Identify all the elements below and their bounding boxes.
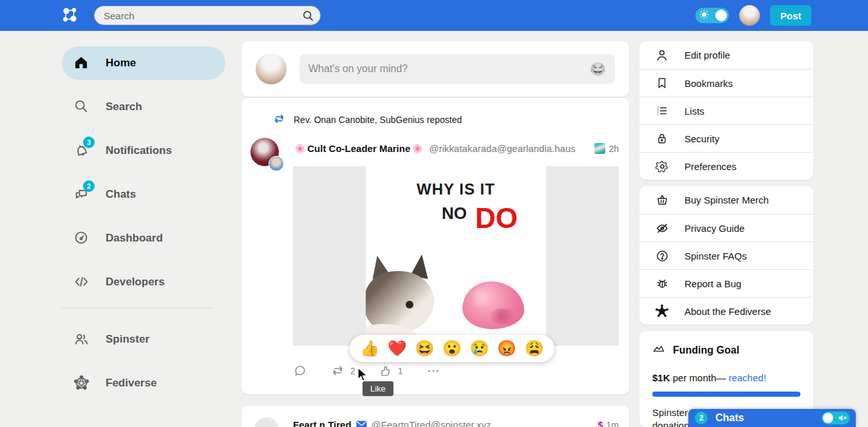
- post-timestamp[interactable]: 2h: [609, 144, 619, 154]
- funding-progress-bar: [652, 392, 800, 397]
- post-author-name[interactable]: Cult Co-Leader Marine: [307, 143, 410, 154]
- chats-count-badge: 2: [695, 412, 708, 424]
- chat-bubbles-icon: 2: [73, 186, 90, 203]
- chats-label: Chats: [715, 412, 744, 424]
- account-menu-card: Edit profile Bookmarks Lists Security: [639, 41, 813, 180]
- menu-label: About the Fediverse: [684, 306, 771, 317]
- theme-toggle[interactable]: [695, 8, 729, 23]
- menu-item-faqs[interactable]: Spinster FAQs: [639, 242, 813, 269]
- bookmark-icon: [655, 76, 669, 90]
- emoji-picker-icon[interactable]: 😂: [590, 61, 606, 77]
- sidebar-item-spinster[interactable]: Spinster: [62, 323, 225, 356]
- compose-placeholder: What's on your mind?: [308, 63, 408, 75]
- next-post-timestamp[interactable]: 1m: [607, 420, 619, 427]
- list-icon: [655, 104, 669, 118]
- next-post-author-handle[interactable]: @FeartnTired@spinster.xyz: [372, 419, 491, 427]
- speedometer-icon: [73, 230, 90, 247]
- post-actions: 2 1: [293, 363, 440, 378]
- menu-label: Preferences: [684, 161, 737, 172]
- header-actions: Post: [695, 0, 811, 31]
- menu-item-bookmarks[interactable]: Bookmarks: [639, 69, 813, 97]
- meme-text-line1: WHY IS IT: [366, 180, 546, 198]
- wow-reaction[interactable]: 😮: [442, 341, 462, 356]
- repost-count: 2: [350, 366, 355, 376]
- chats-badge: 2: [83, 180, 95, 192]
- post-button[interactable]: Post: [770, 5, 811, 26]
- page: Post Home Search 3 Notifications: [0, 0, 868, 427]
- repost-line: Rev. Onan Canobite, SubGenius reposted: [241, 98, 629, 128]
- funding-reached-link[interactable]: reached!: [728, 372, 766, 383]
- comment-button[interactable]: [293, 364, 307, 378]
- sidebar-label: Notifications: [106, 144, 172, 157]
- post-media[interactable]: WHY IS IT NO DO: [293, 166, 619, 346]
- sidebar-item-dashboard[interactable]: Dashboard: [62, 222, 225, 255]
- menu-label: Privacy Guide: [684, 223, 744, 234]
- sound-toggle-knob: [823, 413, 833, 423]
- reposted-by-text[interactable]: Rev. Onan Canobite, SubGenius reposted: [294, 115, 462, 125]
- like-count: 1: [398, 366, 403, 376]
- sidebar-label: Chats: [106, 188, 136, 201]
- sidebar-item-chats[interactable]: 2 Chats: [62, 178, 225, 211]
- cry-reaction[interactable]: 😢: [470, 341, 489, 356]
- sidebar-label: Spinster: [106, 333, 149, 346]
- sidebar-item-home[interactable]: Home: [62, 46, 225, 80]
- menu-item-edit-profile[interactable]: Edit profile: [639, 41, 813, 69]
- compose-avatar[interactable]: [256, 53, 287, 84]
- trend-chart-icon: [652, 343, 665, 358]
- sidebar-label: Developers: [106, 276, 165, 289]
- more-button[interactable]: [426, 364, 440, 378]
- like-button[interactable]: 1: [379, 364, 403, 378]
- laugh-reaction[interactable]: 😆: [415, 341, 434, 356]
- repost-button[interactable]: 2: [330, 363, 355, 378]
- menu-label: Spinster FAQs: [684, 251, 747, 261]
- basket-icon: [655, 193, 669, 207]
- bell-icon: 3: [73, 142, 90, 159]
- thumbs-up-reaction[interactable]: 👍: [360, 341, 379, 356]
- sidebar-divider: [62, 308, 214, 308]
- home-icon: [73, 55, 90, 71]
- search-input[interactable]: [94, 6, 321, 25]
- next-post-card[interactable]: Feart n Tired @FeartnTired@spinster.xyz …: [241, 406, 629, 427]
- menu-item-preferences[interactable]: Preferences: [639, 152, 813, 180]
- reaction-picker: 👍 ❤️ 😆 😮 😢 😡 😩: [350, 335, 554, 362]
- next-post-avatar[interactable]: [254, 417, 279, 427]
- compose-input[interactable]: What's on your mind? 😂: [299, 54, 615, 84]
- weary-reaction[interactable]: 😩: [525, 341, 544, 356]
- menu-label: Buy Spinster Merch: [684, 195, 769, 205]
- sidebar-item-fediverse[interactable]: Fediverse: [62, 366, 225, 400]
- heart-reaction[interactable]: ❤️: [388, 341, 407, 356]
- magnifier-icon[interactable]: [302, 10, 314, 24]
- miku-custom-emoji: [594, 143, 605, 154]
- funding-per: per month: [670, 372, 717, 383]
- flower-emoji: 🌸: [412, 144, 422, 153]
- sidebar-label: Search: [106, 100, 142, 113]
- menu-label: Report a Bug: [684, 278, 741, 289]
- next-post-author-name[interactable]: Feart n Tired: [293, 419, 352, 427]
- menu-item-merch[interactable]: Buy Spinster Merch: [639, 186, 813, 214]
- angry-reaction[interactable]: 😡: [497, 341, 516, 356]
- menu-label: Edit profile: [684, 50, 730, 61]
- funding-amount: $1K: [652, 372, 670, 383]
- compose-card: What's on your mind? 😂: [241, 41, 629, 97]
- post-card[interactable]: Rev. Onan Canobite, SubGenius reposted 🌸…: [241, 98, 629, 394]
- menu-item-about-fediverse[interactable]: About the Fediverse: [639, 297, 813, 325]
- lock-icon: [655, 131, 669, 146]
- sidebar-item-search[interactable]: Search: [62, 90, 225, 124]
- menu-item-privacy-guide[interactable]: Privacy Guide: [639, 214, 813, 242]
- sidebar-item-developers[interactable]: Developers: [62, 265, 225, 299]
- sun-icon: [699, 10, 709, 22]
- menu-item-lists[interactable]: Lists: [639, 97, 813, 124]
- reposter-avatar[interactable]: [269, 156, 284, 171]
- post-author-handle[interactable]: @rikkatakarada@gearlandia.haus: [429, 143, 576, 154]
- menu-item-report-bug[interactable]: Report a Bug: [639, 269, 813, 297]
- sidebar-item-notifications[interactable]: 3 Notifications: [62, 134, 225, 167]
- menu-label: Security: [684, 133, 719, 144]
- flower-emoji: 🌸: [295, 144, 305, 153]
- chats-panel-bar[interactable]: 2 Chats: [688, 409, 856, 427]
- cat-figure: [366, 254, 442, 346]
- chat-sound-toggle[interactable]: [822, 412, 850, 424]
- spinster-logo-icon[interactable]: [61, 6, 80, 25]
- profile-avatar[interactable]: [739, 5, 760, 26]
- menu-item-security[interactable]: Security: [639, 124, 813, 152]
- meme-text-line2: NO: [442, 204, 467, 223]
